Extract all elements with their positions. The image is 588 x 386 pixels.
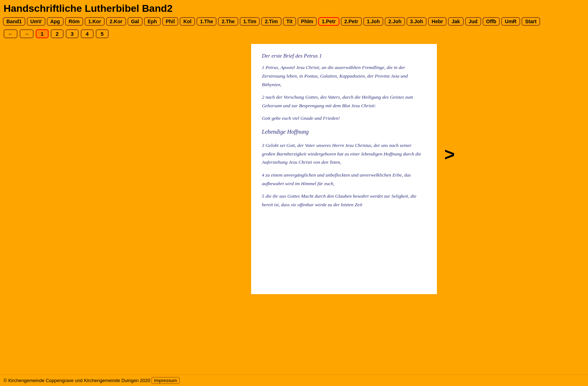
page-btn-1[interactable]: 1 (36, 29, 49, 38)
page-btn-4[interactable]: 4 (81, 29, 94, 38)
main-content: Der erste Brief des Petrus 11 Petrus, Ap… (0, 40, 588, 298)
page-btn-2[interactable]: 2 (51, 29, 64, 38)
nav-btn-röm[interactable]: Röm (65, 17, 83, 26)
next-page-button[interactable]: → (20, 29, 34, 38)
nav-btn-phlm[interactable]: Phlm (298, 17, 317, 26)
nav-btn-1.joh[interactable]: 1.Joh (363, 17, 384, 26)
nav-btn-phil[interactable]: Phil (162, 17, 179, 26)
nav-bar: Band1UmVApgRöm1.Kor2.KorGalEphPhilKol1.T… (0, 16, 588, 27)
nav-btn-2.tim[interactable]: 2.Tim (261, 17, 281, 26)
nav-btn-1.tim[interactable]: 1.Tim (240, 17, 260, 26)
nav-btn-umr[interactable]: UmR (501, 17, 520, 26)
nav-btn-1.the[interactable]: 1.The (196, 17, 217, 26)
header: Handschriftliche Lutherbibel Band2 (0, 0, 588, 16)
copyright-text: © Kirchengemeinde Coppengrave und Kirche… (4, 378, 150, 383)
manuscript-section-greeting: Gott gebe euch viel Gnade und Frieden! (262, 114, 426, 123)
page-navigation: ← → 12345 (0, 27, 588, 40)
nav-btn-tit[interactable]: Tit (283, 17, 296, 26)
manuscript-section-heading: Lebendige Hoffnung (262, 127, 426, 137)
nav-btn-apg[interactable]: Apg (47, 17, 64, 26)
nav-btn-band1[interactable]: Band1 (3, 17, 25, 26)
nav-btn-jak[interactable]: Jak (448, 17, 463, 26)
nav-btn-start[interactable]: Start (522, 17, 540, 26)
nav-btn-gal[interactable]: Gal (128, 17, 143, 26)
page-title: Handschriftliche Lutherbibel Band2 (4, 3, 584, 14)
page-btn-5[interactable]: 5 (96, 29, 109, 38)
nav-btn-2.the[interactable]: 2.The (218, 17, 238, 26)
nav-btn-kol[interactable]: Kol (180, 17, 195, 26)
nav-btn-3.joh[interactable]: 3.Joh (407, 17, 427, 26)
manuscript-section-verse1: 1 Petrus, Apostel Jesu Christi, an die a… (262, 63, 426, 89)
nav-btn-eph[interactable]: Eph (144, 17, 160, 26)
nav-btn-1.petr[interactable]: 1.Petr (318, 17, 339, 26)
prev-page-button[interactable]: ← (4, 29, 18, 38)
manuscript-title: Der erste Brief des Petrus 1 (262, 51, 426, 60)
nav-btn-2.joh[interactable]: 2.Joh (385, 17, 405, 26)
manuscript-container: Der erste Brief des Petrus 11 Petrus, Ap… (251, 44, 437, 294)
manuscript-section-verse5: 5 die ihr aus Gottes Macht durch den Gla… (262, 192, 426, 209)
impressum-link[interactable]: Impressum (151, 377, 179, 384)
nav-btn-umv[interactable]: UmV (27, 17, 45, 26)
nav-btn-2.petr[interactable]: 2.Petr (341, 17, 362, 26)
footer: © Kirchengemeinde Coppengrave und Kirche… (0, 375, 588, 386)
next-page-arrow[interactable]: > (444, 144, 455, 165)
manuscript-section-verse4: 4 zu einem unvergänglichen und unbefleck… (262, 171, 426, 188)
manuscript-section-verse3: 3 Gelobt sei Gott, der Vater unseres Her… (262, 141, 426, 167)
page-btn-3[interactable]: 3 (66, 29, 79, 38)
nav-btn-2.kor[interactable]: 2.Kor (106, 17, 126, 26)
manuscript-section-verse2: 2 nach der Vorschung Gottes, des Vaters,… (262, 93, 426, 110)
nav-btn-1.kor[interactable]: 1.Kor (85, 17, 105, 26)
nav-btn-hebr[interactable]: Hebr (428, 17, 447, 26)
nav-btn-offb[interactable]: Offb (483, 17, 500, 26)
nav-btn-jud[interactable]: Jud (465, 17, 481, 26)
manuscript-text: Der erste Brief des Petrus 11 Petrus, Ap… (262, 51, 426, 209)
